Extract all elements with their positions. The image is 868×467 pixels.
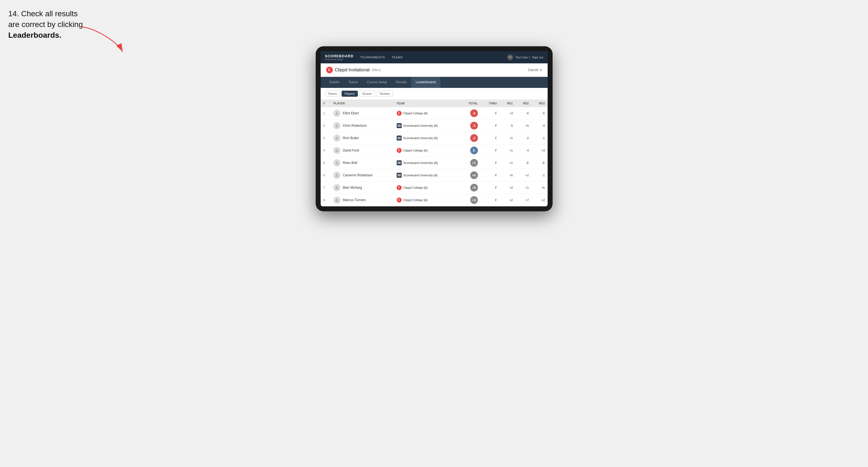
cell-player: Chris Robertson bbox=[331, 119, 394, 132]
col-rd2: RD2 bbox=[516, 100, 532, 107]
cell-thru: F bbox=[481, 144, 500, 156]
cell-team: CClippd College [A] bbox=[394, 144, 460, 156]
svg-rect-5 bbox=[398, 126, 401, 127]
cancel-button[interactable]: Cancel ✕ bbox=[528, 68, 542, 72]
cell-thru: F bbox=[481, 181, 500, 194]
cell-total: -8 bbox=[460, 107, 480, 120]
svg-rect-4 bbox=[398, 125, 401, 126]
cell-rd3: -1 bbox=[532, 132, 548, 144]
tab-results[interactable]: Results bbox=[392, 77, 411, 88]
cell-rd2: +7 bbox=[516, 194, 532, 206]
cell-pos: 7 bbox=[321, 181, 331, 194]
tab-leaderboards[interactable]: Leaderboards bbox=[411, 77, 440, 88]
table-row: 4 David Ford CClippd College [A]EF+1-4+3 bbox=[321, 144, 548, 156]
cell-player: Rich Butler bbox=[331, 132, 394, 144]
cell-thru: F bbox=[481, 156, 500, 169]
top-nav: SCOREBOARD Powered by clippd TOURNAMENTS… bbox=[321, 51, 548, 63]
filter-scores[interactable]: Scores bbox=[360, 91, 375, 97]
svg-rect-13 bbox=[398, 162, 401, 163]
svg-rect-3 bbox=[398, 125, 401, 125]
cell-rd1: +1 bbox=[500, 144, 516, 156]
cell-pos: 1 bbox=[321, 107, 331, 120]
col-team: TEAM bbox=[394, 100, 460, 107]
cell-pos: 3 bbox=[321, 132, 331, 144]
tab-course-setup[interactable]: Course Setup bbox=[363, 77, 392, 88]
instruction-block: 14. Check all results are correct by cli… bbox=[8, 8, 113, 41]
cell-rd3: +6 bbox=[532, 181, 548, 194]
tournament-type: (Men) bbox=[372, 68, 380, 72]
svg-point-15 bbox=[336, 174, 338, 175]
svg-rect-8 bbox=[398, 138, 401, 138]
svg-point-20 bbox=[336, 198, 338, 200]
svg-point-11 bbox=[336, 161, 338, 163]
cell-team: CClippd College [A] bbox=[394, 181, 460, 194]
cell-team: Scoreboard University [A] bbox=[394, 119, 460, 132]
svg-point-6 bbox=[336, 136, 338, 138]
svg-rect-16 bbox=[398, 174, 401, 175]
cell-rd3: +2 bbox=[532, 194, 548, 206]
cell-pos: 5 bbox=[321, 156, 331, 169]
table-row: 2 Chris Robertson Scoreboard University … bbox=[321, 119, 548, 132]
filter-teams[interactable]: Teams bbox=[325, 91, 340, 97]
table-header-row: # PLAYER TEAM TOTAL THRU RD1 RD2 RD3 bbox=[321, 100, 548, 107]
nav-teams[interactable]: TEAMS bbox=[392, 55, 403, 60]
filter-players[interactable]: Players bbox=[342, 91, 358, 97]
filter-bar: Teams Players Scores Strokes bbox=[321, 88, 548, 100]
signout-link[interactable]: Sign out bbox=[532, 56, 543, 59]
table-row: 5 Rees Britt Scoreboard University [A]+1… bbox=[321, 156, 548, 169]
cell-rd2: +2 bbox=[516, 169, 532, 181]
cell-player: David Ford bbox=[331, 144, 394, 156]
cell-player: Rees Britt bbox=[331, 156, 394, 169]
col-thru: THRU bbox=[481, 100, 500, 107]
col-total: TOTAL bbox=[460, 100, 480, 107]
table-row: 8 Marcus Turners CClippd College [A]+11F… bbox=[321, 194, 548, 206]
tab-details[interactable]: Details bbox=[325, 77, 344, 88]
cell-rd2: +1 bbox=[516, 181, 532, 194]
leaderboard-table: # PLAYER TEAM TOTAL THRU RD1 RD2 RD3 1 bbox=[321, 100, 548, 206]
nav-links: TOURNAMENTS TEAMS bbox=[360, 55, 507, 60]
cell-team: CClippd College [A] bbox=[394, 194, 460, 206]
cell-pos: 8 bbox=[321, 194, 331, 206]
cell-rd3: +3 bbox=[532, 144, 548, 156]
tournament-logo: C bbox=[326, 67, 333, 73]
tournament-header: C Clippd Invitational (Men) Cancel ✕ bbox=[321, 63, 548, 77]
cell-pos: 4 bbox=[321, 144, 331, 156]
svg-rect-7 bbox=[398, 137, 401, 137]
logo-text: SCOREBOARD bbox=[325, 54, 354, 58]
cell-total: E bbox=[460, 144, 480, 156]
col-pos: # bbox=[321, 100, 331, 107]
cell-thru: F bbox=[481, 119, 500, 132]
svg-point-19 bbox=[336, 186, 338, 188]
cell-total: -4 bbox=[460, 119, 480, 132]
cell-pos: 6 bbox=[321, 169, 331, 181]
logo-area: SCOREBOARD Powered by clippd bbox=[325, 54, 354, 61]
col-rd1: RD1 bbox=[500, 100, 516, 107]
cell-team: Scoreboard University [A] bbox=[394, 156, 460, 169]
cell-rd2: -2 bbox=[516, 132, 532, 144]
tournament-name: Clippd Invitational bbox=[335, 67, 370, 72]
instruction-line1: 14. Check all results bbox=[8, 9, 78, 18]
table-row: 6 Cameron Robertson Scoreboard Universit… bbox=[321, 169, 548, 181]
instruction-line2: are correct by clicking bbox=[8, 20, 83, 29]
svg-point-2 bbox=[336, 124, 338, 126]
cell-total: +9 bbox=[460, 181, 480, 194]
cell-player: Marcus Turners bbox=[331, 194, 394, 206]
tab-teams[interactable]: Teams bbox=[344, 77, 362, 88]
svg-rect-18 bbox=[398, 176, 401, 176]
cell-total: +1 bbox=[460, 156, 480, 169]
cell-thru: F bbox=[481, 169, 500, 181]
filter-strokes[interactable]: Strokes bbox=[377, 91, 393, 97]
svg-point-10 bbox=[336, 149, 338, 150]
table-row: 3 Rich Butler Scoreboard University [A]-… bbox=[321, 132, 548, 144]
cell-rd2: +5 bbox=[516, 119, 532, 132]
cell-team: Scoreboard University [A] bbox=[394, 132, 460, 144]
cell-player: Cameron Robertson bbox=[331, 169, 394, 181]
cell-team: Scoreboard University [A] bbox=[394, 169, 460, 181]
cell-team: CClippd College [A] bbox=[394, 107, 460, 120]
table-row: 7 Blair McHarg CClippd College [A]+9F+2+… bbox=[321, 181, 548, 194]
svg-rect-9 bbox=[398, 138, 401, 139]
nav-tournaments[interactable]: TOURNAMENTS bbox=[360, 55, 385, 60]
cell-rd1: +1 bbox=[500, 156, 516, 169]
cell-total: +11 bbox=[460, 194, 480, 206]
device-wrapper: SCOREBOARD Powered by clippd TOURNAMENTS… bbox=[8, 46, 860, 211]
